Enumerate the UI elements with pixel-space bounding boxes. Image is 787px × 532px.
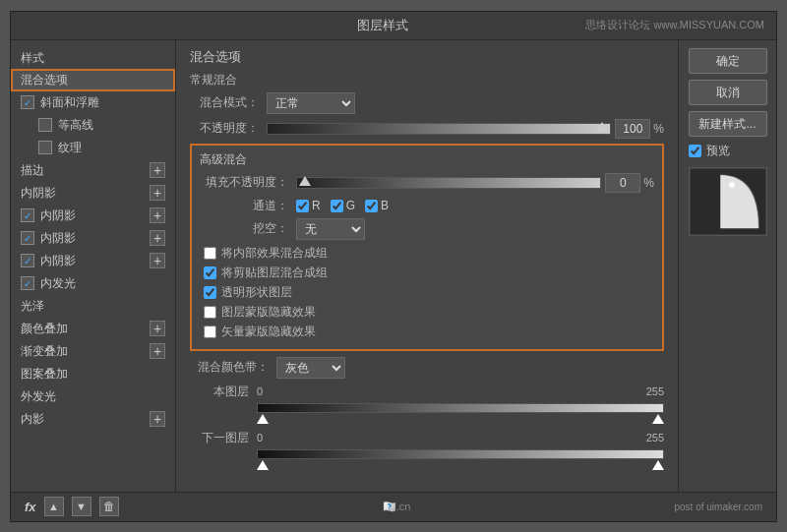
check4-checkbox[interactable] [204, 306, 216, 319]
sidebar-item-contour[interactable]: 等高线 [11, 114, 175, 137]
opacity-slider-track[interactable] [267, 123, 611, 135]
sidebar-item-gradient-overlay[interactable]: 渐变叠加 + [11, 340, 175, 363]
fill-opacity-unit: % [643, 176, 654, 190]
check5-row: 矢量蒙版隐藏效果 [200, 324, 654, 340]
channel-b-label: B [381, 199, 389, 212]
sidebar-item-label: 图案叠加 [21, 366, 165, 383]
this-layer-arrow-right[interactable] [652, 414, 664, 424]
sidebar-item-label: 内影 [21, 411, 150, 428]
contour-check[interactable] [38, 118, 52, 132]
sidebar-item-label: 外发光 [21, 388, 165, 405]
preview-canvas [690, 168, 766, 235]
new-style-button[interactable]: 新建样式... [689, 111, 767, 137]
channel-g-label: G [346, 199, 355, 212]
check3-checkbox[interactable] [204, 286, 216, 299]
sidebar-item-inner-glow2[interactable]: 内阴影 + [11, 227, 175, 250]
inner-glow3-check[interactable] [21, 254, 34, 267]
inner-glow1-check[interactable] [21, 208, 34, 222]
preview-checkbox[interactable] [689, 145, 701, 157]
this-layer-min: 0 [257, 385, 263, 397]
check2-checkbox[interactable] [204, 266, 216, 279]
inner-glow3-plus-btn[interactable]: + [150, 253, 165, 268]
this-layer-row: 本图层 0 255 [190, 384, 664, 400]
sidebar-item-outer-glow[interactable]: 外发光 [11, 385, 175, 408]
inner-glow2-plus-btn[interactable]: + [150, 230, 165, 246]
up-button[interactable]: ▲ [44, 497, 64, 516]
right-panel: 确定 取消 新建样式... 预览 [678, 40, 776, 492]
fill-opacity-slider-track[interactable] [296, 177, 601, 189]
color-overlay-plus-btn[interactable]: + [150, 321, 165, 336]
this-layer-arrows [257, 414, 664, 424]
sidebar-item-label: 纹理 [58, 140, 165, 156]
inner-shadow-plus-btn[interactable]: + [150, 185, 165, 201]
opacity-slider-thumb[interactable] [596, 122, 608, 132]
drop-shadow-plus-btn[interactable]: + [150, 411, 165, 427]
cancel-button[interactable]: 取消 [689, 80, 767, 105]
next-layer-gradient-wrapper [190, 449, 664, 470]
excavate-label: 挖空： [200, 220, 288, 237]
channel-row: 通道： R G B [200, 198, 654, 214]
gradient-overlay-plus-btn[interactable]: + [150, 343, 165, 359]
blend-color-select[interactable]: 灰色 红 绿 蓝 [276, 357, 345, 379]
channel-b-check[interactable]: B [365, 199, 389, 212]
sidebar-item-inner-glow4[interactable]: 内发光 [11, 272, 175, 295]
opacity-input[interactable]: 100 [615, 119, 650, 139]
watermark: 思络设计论坛 www.MISSYUAN.COM [585, 18, 764, 32]
inner-glow2-check[interactable] [21, 231, 34, 245]
sidebar-item-color-overlay[interactable]: 颜色叠加 + [11, 318, 175, 340]
sidebar-item-label: 内阴影 [40, 207, 150, 224]
channel-b-checkbox[interactable] [365, 200, 378, 212]
next-layer-row: 下一图层 0 255 [190, 430, 664, 446]
channel-r-checkbox[interactable] [296, 200, 309, 212]
down-button[interactable]: ▼ [72, 497, 91, 516]
sidebar-item-bevel-emboss[interactable]: 斜面和浮雕 [11, 91, 175, 114]
check1-label: 将内部效果混合成组 [221, 245, 328, 262]
sidebar-item-pattern-overlay[interactable]: 图案叠加 [11, 363, 175, 385]
sidebar-item-label: 描边 [21, 162, 150, 179]
excavate-row: 挖空： 无 浅 深 [200, 218, 654, 240]
blend-color-label: 混合颜色带： [190, 359, 269, 376]
texture-check[interactable] [38, 141, 52, 154]
excavate-select[interactable]: 无 浅 深 [296, 218, 365, 240]
fill-opacity-label: 填充不透明度： [200, 174, 288, 191]
bevel-emboss-check[interactable] [21, 95, 34, 109]
logo-text: 🇺🇮.cn [383, 501, 411, 513]
sidebar-item-inner-glow3[interactable]: 内阴影 + [11, 250, 175, 272]
this-layer-label: 本图层 [190, 384, 249, 400]
next-layer-arrow-right[interactable] [652, 460, 664, 470]
fill-opacity-slider-thumb[interactable] [299, 176, 311, 186]
sidebar-item-texture[interactable]: 纹理 [11, 137, 175, 159]
check3-row: 透明形状图层 [200, 284, 654, 301]
sidebar-item-label: 内发光 [40, 275, 165, 292]
inner-glow4-check[interactable] [21, 276, 34, 290]
channel-g-check[interactable]: G [331, 199, 355, 212]
this-layer-gradient [257, 403, 664, 424]
check5-checkbox[interactable] [204, 325, 216, 338]
sidebar-item-inner-glow1[interactable]: 内阴影 + [11, 205, 175, 227]
this-layer-gradient-wrapper [190, 403, 664, 424]
ok-button[interactable]: 确定 [689, 48, 767, 74]
fill-opacity-input[interactable]: 0 [605, 173, 640, 193]
dialog-title: 图层样式 [357, 17, 408, 34]
next-layer-label: 下一图层 [190, 430, 249, 446]
sidebar-item-blend-options[interactable]: 混合选项 [11, 69, 175, 91]
title-bar: 图层样式 思络设计论坛 www.MISSYUAN.COM [11, 12, 776, 40]
channel-r-check[interactable]: R [296, 199, 321, 212]
sidebar-item-label: 混合选项 [21, 72, 165, 89]
next-layer-arrow-left[interactable] [257, 460, 269, 470]
opacity-row: 不透明度： 100 % [190, 119, 664, 139]
sidebar-item-inner-shadow[interactable]: 内阴影 + [11, 182, 175, 205]
delete-button[interactable]: 🗑 [99, 497, 119, 516]
sidebar-section-label: 样式 [11, 46, 175, 69]
blend-mode-select[interactable]: 正常 溶解 正片叠底 [267, 92, 355, 114]
this-layer-arrow-left[interactable] [257, 414, 269, 424]
sidebar-item-stroke[interactable]: 描边 + [11, 159, 175, 182]
this-layer-gradient-bar [257, 403, 664, 413]
stroke-plus-btn[interactable]: + [150, 162, 165, 178]
sidebar-item-satin[interactable]: 光泽 [11, 295, 175, 318]
inner-glow1-plus-btn[interactable]: + [150, 207, 165, 223]
check1-checkbox[interactable] [204, 247, 216, 260]
sidebar-item-drop-shadow[interactable]: 内影 + [11, 408, 175, 431]
channel-g-checkbox[interactable] [331, 200, 343, 212]
sidebar-item-label: 斜面和浮雕 [40, 94, 165, 111]
